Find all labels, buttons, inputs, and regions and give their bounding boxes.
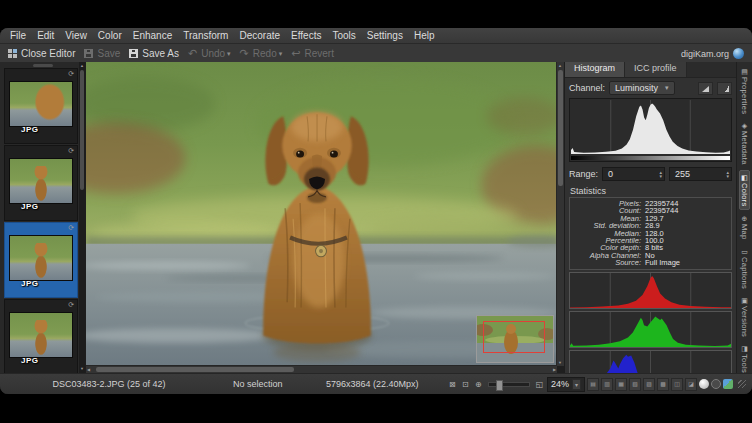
menu-effects[interactable]: Effects bbox=[291, 30, 321, 41]
tool-bar: Close Editor Save Save As ↶ Undo ▾ ↷ Red… bbox=[0, 44, 752, 64]
menu-help[interactable]: Help bbox=[414, 30, 435, 41]
revert-button[interactable]: ↩ Revert bbox=[291, 48, 334, 59]
tab-tools[interactable]: ◨ Tools bbox=[740, 342, 749, 373]
vertical-scroll-thumb[interactable] bbox=[558, 70, 563, 186]
pan-navigation-overlay[interactable] bbox=[476, 315, 554, 363]
fullscreen-button[interactable]: ▨ bbox=[643, 378, 655, 391]
thumbnail-1[interactable]: ⟳ JPG bbox=[4, 68, 78, 144]
color-managed-view-icon[interactable] bbox=[723, 379, 733, 389]
redo-dropdown-icon[interactable]: ▾ bbox=[279, 50, 283, 58]
redo-button[interactable]: ↷ Redo ▾ bbox=[240, 48, 283, 59]
range-min-spinbox[interactable]: 0 ▴▾ bbox=[602, 167, 665, 181]
overlay-right-button[interactable]: ◪ bbox=[685, 378, 697, 391]
tab-metadata[interactable]: ◈ Metadata bbox=[740, 119, 749, 168]
canvas-vertical-scrollbar[interactable]: ▲ ▼ bbox=[556, 62, 564, 366]
menu-color[interactable]: Color bbox=[98, 30, 122, 41]
zoom-slider[interactable] bbox=[488, 382, 530, 387]
thumbnail-photo bbox=[9, 158, 73, 204]
compare-mode-button[interactable]: ▦ bbox=[615, 378, 627, 391]
thumbnail-photo bbox=[9, 312, 73, 358]
spinner-arrows-icon[interactable]: ▴▾ bbox=[660, 170, 663, 178]
format-badge: JPG bbox=[21, 202, 39, 211]
linear-scale-button[interactable] bbox=[698, 82, 713, 95]
tab-colors[interactable]: ◧ Colors bbox=[739, 170, 750, 210]
colors-icon: ◧ bbox=[741, 174, 748, 181]
scroll-down-icon[interactable]: ▼ bbox=[558, 359, 562, 366]
zoom-level-combobox[interactable]: 24% ▾ bbox=[547, 377, 585, 392]
zoom-resize-icon[interactable]: ◱ bbox=[534, 380, 545, 389]
fit-to-window-icon[interactable]: ⊠ bbox=[447, 380, 458, 389]
tab-label: Metadata bbox=[740, 131, 749, 165]
rotate-icon[interactable]: ⟳ bbox=[68, 147, 74, 155]
thumbnail-2[interactable]: ⟳ JPG bbox=[4, 145, 78, 221]
tab-histogram[interactable]: Histogram bbox=[565, 62, 625, 77]
tools-icon: ◨ bbox=[741, 345, 748, 352]
undo-dropdown-icon[interactable]: ▾ bbox=[227, 50, 231, 58]
channel-select[interactable]: Luminosity ▾ bbox=[609, 81, 675, 95]
overlay-left-button[interactable]: ◫ bbox=[671, 378, 683, 391]
tab-label: Map bbox=[740, 224, 749, 240]
zoom-slider-handle[interactable] bbox=[496, 380, 503, 391]
menu-tools[interactable]: Tools bbox=[332, 30, 355, 41]
thumbnail-4[interactable]: ⟳ JPG bbox=[4, 299, 78, 373]
horizontal-scroll-thumb[interactable] bbox=[96, 367, 294, 372]
scroll-right-icon[interactable]: ▶ bbox=[553, 366, 556, 373]
statistics-title: Statistics bbox=[565, 184, 736, 197]
log-histogram-icon bbox=[721, 86, 729, 92]
menu-decorate[interactable]: Decorate bbox=[239, 30, 280, 41]
green-channel-histogram bbox=[569, 311, 732, 348]
rotate-icon[interactable]: ⟳ bbox=[68, 224, 74, 232]
zoom-level-value: 24% bbox=[551, 379, 569, 389]
spinner-arrows-icon[interactable]: ▴▾ bbox=[726, 170, 729, 178]
preview-mode-button[interactable]: ▥ bbox=[601, 378, 613, 391]
tab-map[interactable]: ⊕ Map bbox=[740, 212, 749, 243]
tab-properties[interactable]: ▤ Properties bbox=[740, 65, 749, 117]
rotate-icon[interactable]: ⟳ bbox=[68, 70, 74, 78]
tab-versions[interactable]: ▣ Versions bbox=[740, 294, 749, 340]
over-exposure-indicator-icon[interactable] bbox=[699, 379, 709, 389]
close-editor-button[interactable]: Close Editor bbox=[8, 48, 75, 59]
split-view-button[interactable]: ▧ bbox=[629, 378, 641, 391]
under-exposure-indicator-icon[interactable] bbox=[711, 379, 721, 389]
thumbnail-3-selected[interactable]: ⟳ JPG bbox=[4, 222, 78, 298]
menu-enhance[interactable]: Enhance bbox=[133, 30, 172, 41]
logarithmic-scale-button[interactable] bbox=[717, 82, 732, 95]
menu-file[interactable]: File bbox=[10, 30, 26, 41]
slideshow-button[interactable]: ▩ bbox=[657, 378, 669, 391]
range-min-value: 0 bbox=[608, 169, 659, 179]
window-resize-grip[interactable] bbox=[738, 380, 746, 388]
fit-to-selection-icon[interactable]: ⊡ bbox=[460, 380, 471, 389]
tone-gradient-strip bbox=[571, 156, 730, 160]
digikam-org-link[interactable]: digiKam.org bbox=[681, 48, 744, 59]
zoom-100-icon[interactable]: ⊕ bbox=[473, 380, 484, 389]
red-channel-histogram bbox=[569, 272, 732, 309]
dog-thumb bbox=[30, 166, 51, 202]
thumbbar-scrollbar[interactable]: ▲ ▼ bbox=[79, 62, 85, 373]
tab-icc-profile[interactable]: ICC profile bbox=[625, 62, 687, 77]
thumbbar-toggle-button[interactable]: ▤ bbox=[587, 378, 599, 391]
tab-label: Colors bbox=[740, 183, 749, 206]
tab-label: Versions bbox=[740, 306, 749, 337]
thumbbar-scroll-thumb[interactable] bbox=[80, 70, 84, 190]
canvas-horizontal-scrollbar[interactable]: ◀ ▶ bbox=[86, 365, 557, 373]
menu-edit[interactable]: Edit bbox=[37, 30, 54, 41]
scroll-up-icon[interactable]: ▲ bbox=[558, 62, 562, 69]
menu-transform[interactable]: Transform bbox=[183, 30, 228, 41]
chevron-down-icon[interactable]: ▾ bbox=[572, 379, 581, 390]
scroll-down-icon[interactable]: ▼ bbox=[79, 366, 85, 372]
format-badge: JPG bbox=[21, 279, 39, 288]
visible-region-rect[interactable] bbox=[483, 321, 545, 353]
rotate-icon[interactable]: ⟳ bbox=[68, 301, 74, 309]
scroll-left-icon[interactable]: ◀ bbox=[87, 366, 90, 373]
range-max-spinbox[interactable]: 255 ▴▾ bbox=[669, 167, 732, 181]
thumbbar-grip[interactable] bbox=[33, 64, 53, 67]
save-button[interactable]: Save bbox=[84, 48, 120, 59]
scroll-up-icon[interactable]: ▲ bbox=[79, 63, 85, 69]
menu-view[interactable]: View bbox=[65, 30, 87, 41]
save-as-button[interactable]: Save As bbox=[129, 48, 179, 59]
menu-settings[interactable]: Settings bbox=[367, 30, 403, 41]
tab-captions[interactable]: ▭ Captions bbox=[740, 245, 749, 292]
stat-value: Full Image bbox=[645, 259, 680, 266]
luminosity-histogram[interactable] bbox=[569, 98, 732, 162]
undo-button[interactable]: ↶ Undo ▾ bbox=[188, 48, 231, 59]
